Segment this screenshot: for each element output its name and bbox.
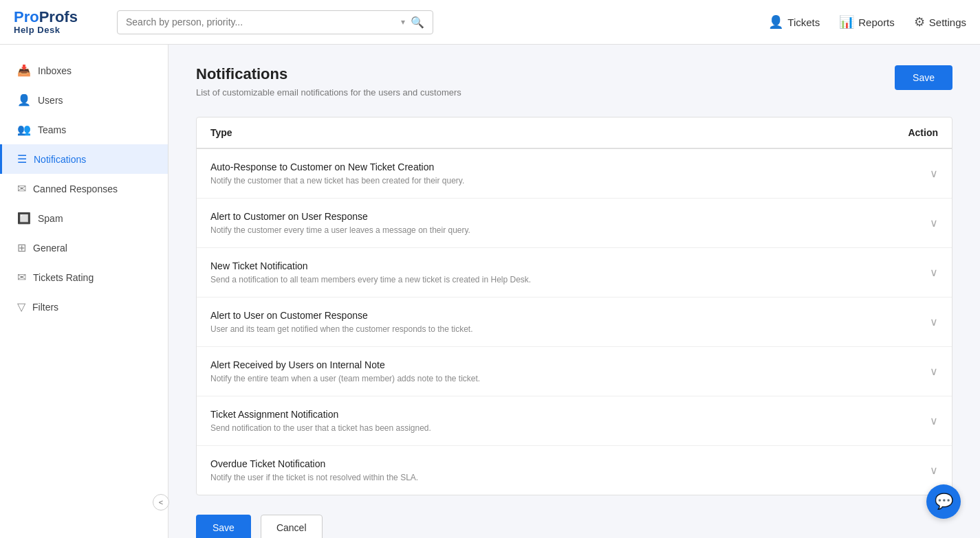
notif-title: Ticket Assignment Notification <box>210 409 916 420</box>
tickets-icon: 👤 <box>768 14 783 30</box>
chat-bubble-icon: 💬 <box>935 493 953 511</box>
spam-icon: 🔲 <box>17 212 31 225</box>
notif-title: New Ticket Notification <box>210 260 916 271</box>
notif-info: Overdue Ticket Notification Notify the u… <box>210 458 916 482</box>
footer-actions: Save Cancel <box>196 515 952 538</box>
users-icon: 👤 <box>17 93 31 107</box>
col-action-header: Action <box>908 127 938 138</box>
sidebar-label-spam: Spam <box>38 213 63 224</box>
settings-icon: ⚙ <box>914 14 925 30</box>
sidebar-label-notifications: Notifications <box>34 154 86 165</box>
page-title: Notifications <box>196 65 461 83</box>
notif-info: Alert to Customer on User Response Notif… <box>210 211 916 235</box>
settings-label: Settings <box>929 16 966 28</box>
page-header-text: Notifications List of customizable email… <box>196 65 461 98</box>
sidebar-label-general: General <box>33 243 67 254</box>
page-subtitle: List of customizable email notifications… <box>196 87 461 98</box>
notif-chevron-icon[interactable]: ∨ <box>930 315 938 328</box>
filters-icon: ▽ <box>17 300 25 313</box>
notification-row[interactable]: Auto-Response to Customer on New Ticket … <box>197 149 952 199</box>
search-bar[interactable]: ▾ 🔍 <box>117 10 433 34</box>
sidebar-label-inboxes: Inboxes <box>38 65 72 76</box>
sidebar-item-general[interactable]: ⊞ General <box>0 233 168 262</box>
notif-title: Alert to User on Customer Response <box>210 310 916 321</box>
header-nav: 👤 Tickets 📊 Reports ⚙ Settings <box>768 14 966 30</box>
sidebar-item-notifications[interactable]: ☰ Notifications <box>0 144 168 174</box>
reports-icon: 📊 <box>839 14 854 30</box>
col-type-header: Type <box>210 127 232 138</box>
logo-text: ProProfs <box>14 9 96 25</box>
notif-description: Notify the customer every time a user le… <box>210 225 916 235</box>
notifications-icon: ☰ <box>17 153 27 166</box>
sidebar-item-canned-responses[interactable]: ✉ Canned Responses <box>0 174 168 203</box>
notif-chevron-icon[interactable]: ∨ <box>930 464 938 477</box>
notif-description: Notify the user if the ticket is not res… <box>210 473 916 482</box>
save-button-top[interactable]: Save <box>895 65 952 90</box>
notif-title: Alert Received by Users on Internal Note <box>210 359 916 370</box>
notification-row[interactable]: Overdue Ticket Notification Notify the u… <box>197 446 952 495</box>
logo-subtitle: Help Desk <box>14 25 96 35</box>
notification-row[interactable]: Alert Received by Users on Internal Note… <box>197 347 952 396</box>
cancel-button[interactable]: Cancel <box>261 515 323 538</box>
notif-chevron-icon[interactable]: ∨ <box>930 216 938 229</box>
sidebar: 📥 Inboxes 👤 Users 👥 Teams ☰ Notification… <box>0 45 168 538</box>
notif-title: Auto-Response to Customer on New Ticket … <box>210 161 916 172</box>
notification-row[interactable]: Alert to User on Customer Response User … <box>197 298 952 347</box>
notif-chevron-icon[interactable]: ∨ <box>930 266 938 279</box>
notif-description: Send notification to the user that a tic… <box>210 423 916 433</box>
sidebar-label-filters: Filters <box>32 302 58 313</box>
chat-bubble-button[interactable]: 💬 <box>926 484 961 519</box>
search-icon: 🔍 <box>411 16 424 29</box>
canned-responses-icon: ✉ <box>17 182 26 195</box>
tickets-rating-icon: ✉ <box>17 271 26 284</box>
logo[interactable]: ProProfs Help Desk <box>14 9 96 35</box>
layout: 📥 Inboxes 👤 Users 👥 Teams ☰ Notification… <box>0 45 980 538</box>
sidebar-item-tickets-rating[interactable]: ✉ Tickets Rating <box>0 262 168 292</box>
search-input[interactable] <box>126 16 401 27</box>
notif-description: Send a notification to all team members … <box>210 275 916 284</box>
notif-description: User and its team get notified when the … <box>210 324 916 334</box>
notif-description: Notify the customer that a new ticket ha… <box>210 176 916 186</box>
reports-nav-item[interactable]: 📊 Reports <box>839 14 895 30</box>
sidebar-item-spam[interactable]: 🔲 Spam <box>0 203 168 233</box>
sidebar-item-inboxes[interactable]: 📥 Inboxes <box>0 56 168 85</box>
notif-info: Ticket Assignment Notification Send noti… <box>210 409 916 433</box>
notif-chevron-icon[interactable]: ∨ <box>930 365 938 378</box>
notif-description: Notify the entire team when a user (team… <box>210 374 916 383</box>
sidebar-label-tickets-rating: Tickets Rating <box>33 272 94 283</box>
sidebar-item-teams[interactable]: 👥 Teams <box>0 115 168 144</box>
general-icon: ⊞ <box>17 241 26 254</box>
notif-chevron-icon[interactable]: ∨ <box>930 167 938 180</box>
header: ProProfs Help Desk ▾ 🔍 👤 Tickets 📊 Repor… <box>0 0 980 45</box>
notif-info: New Ticket Notification Send a notificat… <box>210 260 916 284</box>
notif-info: Alert to User on Customer Response User … <box>210 310 916 334</box>
dropdown-icon: ▾ <box>401 17 405 27</box>
sidebar-label-canned-responses: Canned Responses <box>33 183 118 194</box>
notif-title: Alert to Customer on User Response <box>210 211 916 222</box>
reports-label: Reports <box>858 16 895 28</box>
main-content: Notifications List of customizable email… <box>168 45 980 538</box>
settings-nav-item[interactable]: ⚙ Settings <box>914 14 966 30</box>
notifications-table: Type Action Auto-Response to Customer on… <box>196 117 952 495</box>
notification-row[interactable]: Ticket Assignment Notification Send noti… <box>197 396 952 446</box>
notif-info: Alert Received by Users on Internal Note… <box>210 359 916 383</box>
page-header: Notifications List of customizable email… <box>196 65 952 98</box>
logo-pro: Pro <box>14 8 39 25</box>
table-header: Type Action <box>197 117 952 149</box>
logo-profs: Profs <box>39 8 78 25</box>
save-button-bottom[interactable]: Save <box>196 515 251 538</box>
notif-info: Auto-Response to Customer on New Ticket … <box>210 161 916 186</box>
inboxes-icon: 📥 <box>17 64 31 77</box>
notifications-rows: Auto-Response to Customer on New Ticket … <box>197 149 952 495</box>
notif-chevron-icon[interactable]: ∨ <box>930 414 938 427</box>
sidebar-collapse-button[interactable]: < <box>153 494 169 511</box>
notification-row[interactable]: New Ticket Notification Send a notificat… <box>197 248 952 298</box>
sidebar-item-users[interactable]: 👤 Users <box>0 85 168 115</box>
notification-row[interactable]: Alert to Customer on User Response Notif… <box>197 199 952 248</box>
sidebar-label-teams: Teams <box>38 124 66 135</box>
sidebar-item-filters[interactable]: ▽ Filters <box>0 292 168 322</box>
tickets-nav-item[interactable]: 👤 Tickets <box>768 14 820 30</box>
teams-icon: 👥 <box>17 123 31 136</box>
notif-title: Overdue Ticket Notification <box>210 458 916 469</box>
tickets-label: Tickets <box>787 16 820 28</box>
